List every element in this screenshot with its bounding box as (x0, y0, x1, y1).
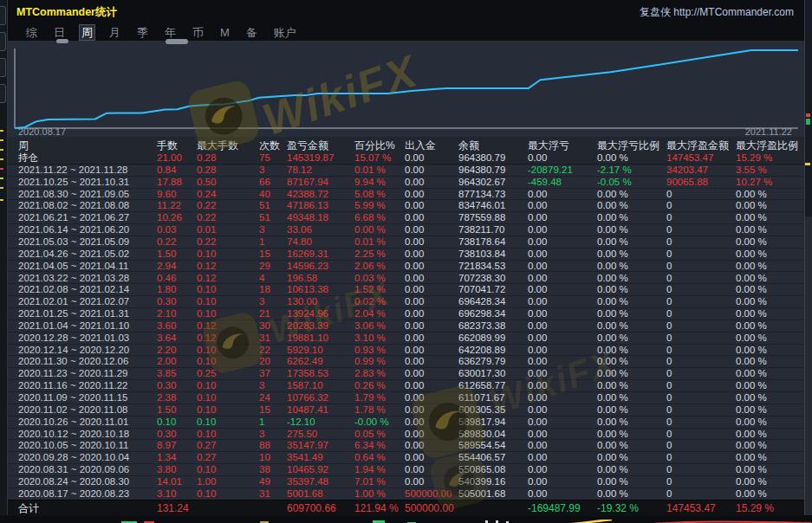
table-row[interactable]: 21.000.2875145319.8715.07 %0.00964380.79… (8, 152, 804, 165)
table-cell: 2.00 (157, 356, 176, 368)
menu-item-备[interactable]: 备 (244, 25, 260, 40)
table-cell: 33.06 (287, 224, 312, 236)
menu-item-季[interactable]: 季 (134, 25, 151, 40)
brand-link[interactable]: 复盘侠 http://MTCommander.com (640, 5, 794, 20)
table-row[interactable]: 0.220.22174.800.01 %0.00738178.640.000.0… (8, 236, 804, 249)
table-cell: 0.00 (528, 152, 547, 165)
table-cell: 0.00 % (597, 476, 628, 488)
table-cell: 964380.79 (458, 165, 505, 177)
table-cell: 0.10 (197, 308, 216, 320)
row-label: 2020.10.12 ~ 2020.10.18 (18, 429, 129, 441)
table-row[interactable]: 9.600.244042388.725.08 %0.00877134.730.0… (8, 189, 804, 201)
title-bar[interactable]: MTCommander统计 复盘侠 http://MTCommander.com (8, 0, 804, 24)
table-row[interactable]: 0.300.1031587.100.26 %0.00612658.770.000… (8, 380, 804, 392)
menu-item-币[interactable]: 币 (190, 25, 206, 40)
column-header[interactable]: 百分比% (354, 139, 395, 152)
table-row[interactable]: 3.600.123020283.393.06 %0.00682373.380.0… (8, 320, 804, 333)
table-row[interactable]: 8.970.278835147.976.34 %0.00589554.540.0… (8, 440, 804, 452)
table-row[interactable]: 2.380.102410766.321.79 %0.00611071.670.0… (8, 392, 804, 404)
column-header[interactable]: 周 (18, 139, 29, 152)
table-row[interactable]: 0.300.103130.000.02 %0.00696428.340.000.… (8, 296, 804, 308)
table-cell: 0.00 % (736, 404, 767, 416)
table-row[interactable]: 3.100.10315001.681.00 %500000.00505001.6… (8, 488, 804, 500)
table-row[interactable]: 0.100.101-12.10-0.00 %0.00589817.940.000… (8, 416, 804, 429)
table-row[interactable]: 1.800.101810613.381.52 %0.00707041.720.0… (8, 284, 804, 296)
row-label: 2020.09.28 ~ 2020.10.04 (18, 452, 129, 464)
table-row[interactable]: 0.030.01333.060.00 %0.00738211.700.000.0… (8, 224, 804, 236)
table-cell: 0.00 (405, 368, 424, 380)
menu-item-综[interactable]: 综 (23, 25, 40, 40)
table-row[interactable]: 2.940.122914596.232.06 %0.00721834.530.0… (8, 261, 804, 273)
table-cell: 0.00 % (597, 464, 628, 476)
table-row[interactable]: 3.850.253717358.532.83 %0.00630017.300.0… (8, 368, 804, 380)
table-row[interactable]: 0.840.28378.120.01 %0.00964380.79-20879.… (8, 165, 804, 177)
table-row[interactable]: 10.260.225149348.186.68 %0.00787559.880.… (8, 212, 804, 224)
table-cell: 49348.18 (287, 212, 328, 224)
column-header[interactable]: 手数 (157, 139, 178, 152)
menu-item-M[interactable]: M (218, 25, 232, 40)
menu-item-周[interactable]: 周 (79, 24, 95, 41)
table-cell: 35397.48 (287, 476, 328, 488)
table-cell: 6262.49 (287, 356, 323, 368)
menu-item-日[interactable]: 日 (51, 25, 68, 40)
table-cell: 0.00 % (736, 464, 767, 476)
table-cell: 0.00 (405, 308, 424, 320)
table-cell: 2.06 % (354, 261, 386, 273)
table-row[interactable]: 2.200.10225929.100.93 %0.00642208.890.00… (8, 345, 804, 357)
table-cell: 1.34 (157, 452, 176, 464)
table-cell: 14596.23 (287, 261, 328, 273)
column-header[interactable]: 出入金 (405, 139, 436, 152)
table-row[interactable]: 11.220.225147186.135.99 %0.00834746.010.… (8, 200, 804, 212)
table-cell: 0.00 % (736, 440, 767, 452)
table-row[interactable]: 2.000.10206262.490.99 %0.00636279.790.00… (8, 356, 804, 368)
table-cell: 0.00 % (597, 236, 628, 249)
table-cell: 0.00 % (354, 224, 386, 236)
table-cell: 0.00 % (597, 296, 628, 308)
table-total-row[interactable]: 131.24609700.66121.94 %500000.00-169487.… (8, 500, 804, 516)
table-row[interactable]: 3.800.103810465.921.94 %0.00550865.080.0… (8, 464, 804, 476)
table-cell: 0.00 (405, 476, 424, 488)
table-cell: 0.00 % (736, 368, 767, 380)
table-cell: 0 (666, 368, 672, 380)
column-header[interactable]: 最大浮盈金额 (666, 139, 729, 152)
table-cell: 0 (666, 261, 672, 273)
table-cell: 0.28 (197, 165, 216, 177)
table-cell: 0.00 (405, 320, 424, 333)
table-row[interactable]: 0.460.124196.580.03 %0.00707238.300.000.… (8, 273, 804, 285)
row-label: 2020.11.09 ~ 2020.11.15 (18, 392, 128, 404)
column-header[interactable]: 最大浮盈比例 (736, 139, 798, 152)
table-row[interactable]: 1.500.101516269.312.25 %0.00738103.840.0… (8, 249, 804, 261)
table-row[interactable]: 1.500.101510487.411.78 %0.00600305.350.0… (8, 404, 804, 416)
row-label: 2020.10.26 ~ 2020.11.01 (18, 416, 128, 429)
window-title: MTCommander统计 (16, 5, 117, 20)
row-label: 2021.11.22 ~ 2021.11.28 (18, 165, 128, 177)
table-row[interactable]: 0.300.103275.500.05 %0.00589830.040.000.… (8, 429, 804, 441)
table-row[interactable]: 17.880.506687167.949.94 %0.00964302.67-4… (8, 177, 804, 189)
table-cell: 121.94 % (354, 500, 399, 516)
column-header[interactable]: 最大浮亏 (528, 139, 569, 152)
table-cell: 3.85 (157, 368, 176, 380)
table-cell: 0.10 (197, 464, 216, 476)
row-label: 2020.12.28 ~ 2021.01.03 (18, 333, 129, 345)
table-cell: 2.10 (157, 308, 176, 320)
table-cell: 3 (259, 429, 264, 441)
table-row[interactable]: 3.640.123119881.103.10 %0.00662089.990.0… (8, 333, 804, 345)
column-header[interactable]: 余额 (458, 139, 479, 152)
menu-item-账户[interactable]: 账户 (271, 25, 299, 40)
table-cell: 0.27 (197, 440, 216, 452)
table-row[interactable]: 2.100.102113924.962.04 %0.00696298.340.0… (8, 308, 804, 320)
column-header[interactable]: 最大浮亏比例 (597, 139, 659, 152)
menu-item-年[interactable]: 年 (162, 25, 179, 40)
table-row[interactable]: 14.011.004935397.487.01 %0.00540399.160.… (8, 476, 804, 488)
table-cell: 3 (259, 380, 264, 392)
column-header[interactable]: 盈亏金额 (287, 139, 328, 152)
table-cell: 0.00 (528, 345, 547, 357)
table-cell: 0.00 (405, 224, 424, 236)
table-cell: 0.22 (197, 212, 216, 224)
table-row[interactable]: 1.340.27103541.490.64 %0.00554406.570.00… (8, 452, 804, 464)
table-cell: 0 (666, 212, 672, 224)
table-cell: 0 (666, 404, 672, 416)
table-cell: 0.00 (405, 212, 424, 224)
menu-item-月[interactable]: 月 (107, 25, 123, 40)
background-window-right-sliver (805, 0, 812, 523)
